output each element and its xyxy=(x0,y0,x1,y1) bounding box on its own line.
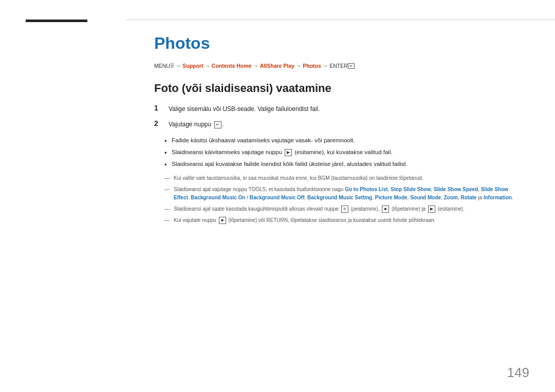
menu-photos: Photos xyxy=(303,63,321,69)
menu-arrow1: → xyxy=(176,63,182,69)
note-2-rotate: Rotate xyxy=(460,195,476,200)
step-2: 2 Vajutage nuppu ↵. xyxy=(154,120,524,129)
menu-arrow2: → xyxy=(205,63,211,69)
note-1-text: Kui valite vale taustamuusika, ei saa mu… xyxy=(174,175,423,181)
bullet-item-3: Slaidiseansi ajal kuvatakse failide loen… xyxy=(164,160,524,169)
step-2-text: Vajutage nuppu ↵. xyxy=(169,120,224,129)
step-2-number: 2 xyxy=(154,119,169,127)
note-2-speed: Slide Show Speed xyxy=(434,186,478,192)
note-4-text: Kui vajutate nuppu ■ (lõpetamine) või RE… xyxy=(174,217,435,223)
stop-icon-2: ■ xyxy=(219,217,226,224)
note-2-soundmode: Sound Mode xyxy=(410,195,441,200)
menu-prefix: MENU xyxy=(154,63,170,69)
menu-support: Support xyxy=(182,63,203,69)
sidebar-accent-bar xyxy=(26,20,87,22)
menu-contents-home: Contents Home xyxy=(212,63,252,69)
play-icon-2: ▶ xyxy=(428,206,435,213)
page-title: Photos xyxy=(154,34,524,53)
note-2-bgmusic: Background Music On xyxy=(191,195,245,200)
note-item-4: Kui vajutate nuppu ■ (lõpetamine) või RE… xyxy=(164,216,524,225)
menu-arrow3: → xyxy=(253,63,260,69)
note-2-information: Information xyxy=(484,195,512,200)
note-list: Kui valite vale taustamuusika, ei saa mu… xyxy=(154,174,524,225)
note-2-bgmoff: Background Music Off xyxy=(250,195,305,200)
step-1: 1 Valige sisemälu või USB-seade. Valige … xyxy=(154,104,524,114)
note-2-links: Go to Photos List xyxy=(345,186,387,192)
bullet-list: Failide käsitsi ükshaaval vaatamiseks va… xyxy=(154,136,524,169)
bullet-item-1: Failide käsitsi ükshaaval vaatamiseks va… xyxy=(164,136,524,145)
page-number: 149 xyxy=(507,365,529,381)
note-item-3: Slaidiseansi ajal saate kasutada kaugjuh… xyxy=(164,205,524,213)
note-item-2: Slaidiseansi ajal vajutage nuppu TOOLS, … xyxy=(164,185,524,202)
enter-icon: ↵ xyxy=(214,121,221,128)
step-1-text: Valige sisemälu või USB-seade. Valige fa… xyxy=(169,104,320,114)
step-1-number: 1 xyxy=(154,104,169,112)
play-icon: ▶ xyxy=(285,149,292,156)
note-2-text-before: Slaidiseansi ajal vajutage nuppu TOOLS, … xyxy=(174,186,345,192)
sidebar xyxy=(0,0,126,392)
main-content: Photos MENU☰ → Support → Contents Home →… xyxy=(126,0,555,392)
note-2-bgmsetting: Background Music Setting xyxy=(307,195,372,200)
menu-path: MENU☰ → Support → Contents Home → AllSha… xyxy=(154,62,524,70)
pause-icon: II xyxy=(341,206,348,213)
menu-arrow4: → xyxy=(296,63,303,69)
note-2-stop: Stop Slide Show xyxy=(391,186,431,192)
stop-icon: ■ xyxy=(382,206,389,213)
note-3-text: Slaidiseansi ajal saate kasutada kaugjuh… xyxy=(174,206,465,212)
menu-allshare: AllShare Play xyxy=(260,63,294,69)
note-2-zoom: Zoom xyxy=(444,195,458,200)
section-title: Foto (või slaidiseansi) vaatamine xyxy=(154,82,524,95)
top-divider xyxy=(126,20,555,20)
steps-list: 1 Valige sisemälu või USB-seade. Valige … xyxy=(154,104,524,129)
menu-arrow5: → ENTER xyxy=(323,63,348,69)
bullet-item-2: Slaidiseansi käivitamiseks vajutage nupp… xyxy=(164,148,524,157)
note-item-1: Kui valite vale taustamuusika, ei saa mu… xyxy=(164,174,524,182)
note-2-picturemode: Picture Mode xyxy=(375,195,408,200)
